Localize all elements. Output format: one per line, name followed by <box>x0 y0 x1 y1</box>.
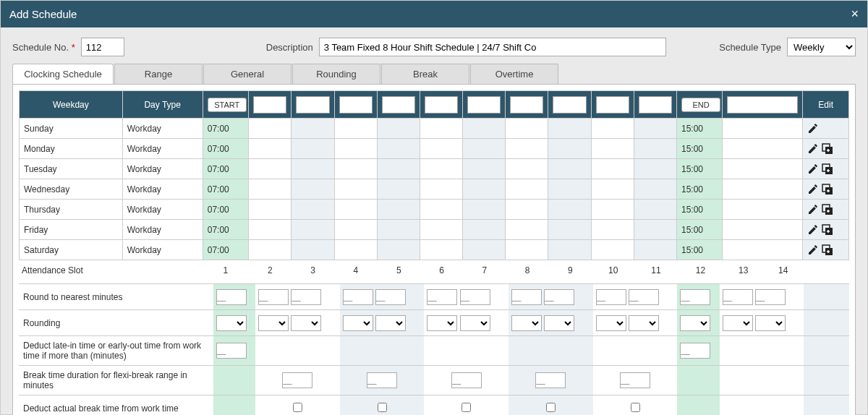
rounding-select[interactable] <box>375 315 406 331</box>
row-label: Deduct late-in time or early-out time fr… <box>19 336 213 366</box>
schedule-grid: Weekday Day Type START END <box>19 90 849 260</box>
copy-add-icon[interactable] <box>822 163 833 175</box>
close-icon[interactable]: × <box>851 7 859 22</box>
pencil-icon[interactable] <box>807 204 819 215</box>
slot-header-input[interactable] <box>639 96 672 114</box>
minutes-input[interactable] <box>258 289 289 305</box>
slot-cell <box>377 179 420 200</box>
minutes-input[interactable] <box>216 289 247 305</box>
deduct-checkbox[interactable] <box>378 403 387 412</box>
pencil-icon[interactable] <box>807 163 819 175</box>
schedule-no-input[interactable] <box>81 38 124 56</box>
slot-number: 12 <box>678 260 724 281</box>
tab-break[interactable]: Break <box>381 64 469 84</box>
pencil-icon[interactable] <box>807 143 819 155</box>
rounding-select[interactable] <box>629 315 659 331</box>
rounding-select[interactable] <box>343 315 373 331</box>
rounding-select[interactable] <box>216 315 247 331</box>
slot-number: 5 <box>378 260 420 281</box>
minutes-input[interactable] <box>620 372 650 388</box>
attendance-slot-label: Attendance Slot <box>19 260 203 281</box>
minutes-input[interactable] <box>596 289 626 305</box>
slot-cell <box>548 159 591 179</box>
slot-header-input[interactable] <box>510 96 543 114</box>
slot-cell <box>292 159 334 179</box>
attendance-slot-row: Attendance Slot 1234567891011121314 <box>19 260 849 281</box>
copy-add-icon[interactable] <box>822 184 833 195</box>
slot-header-input[interactable] <box>467 96 501 114</box>
slot-header-input[interactable] <box>253 96 286 114</box>
slot-cell <box>506 200 548 220</box>
deduct-checkbox[interactable] <box>461 403 471 412</box>
rounding-select[interactable] <box>680 315 710 331</box>
weekday-cell: Saturday <box>20 240 123 260</box>
minutes-input[interactable] <box>367 372 397 388</box>
tab-rounding[interactable]: Rounding <box>292 64 380 84</box>
rounding-select[interactable] <box>460 315 490 331</box>
minutes-input[interactable] <box>723 289 753 305</box>
daytype-cell: Workday <box>122 220 203 240</box>
copy-add-icon[interactable] <box>822 244 833 256</box>
pad-cell <box>723 200 803 220</box>
start-time-cell: 07:00 <box>203 220 248 240</box>
slot-cell <box>463 200 506 220</box>
minutes-input[interactable] <box>680 289 710 305</box>
minutes-input[interactable] <box>460 289 490 305</box>
pencil-icon[interactable] <box>807 224 819 236</box>
minutes-input[interactable] <box>343 289 373 305</box>
rounding-select[interactable] <box>511 315 542 331</box>
minutes-input[interactable] <box>544 289 574 305</box>
slot-header-input[interactable] <box>596 96 629 114</box>
tab-range[interactable]: Range <box>114 64 203 84</box>
tab-general[interactable]: General <box>203 64 292 84</box>
minutes-input[interactable] <box>216 343 247 359</box>
slot-cell <box>591 220 634 240</box>
rounding-select[interactable] <box>723 315 753 331</box>
rounding-select[interactable] <box>291 315 321 331</box>
tab-clocking-schedule[interactable]: Clocking Schedule <box>12 64 114 84</box>
slot-header-input[interactable] <box>553 96 586 114</box>
slot-header-input[interactable] <box>296 96 329 114</box>
pencil-icon[interactable] <box>807 244 819 256</box>
pencil-icon[interactable] <box>807 123 819 134</box>
slot-header-input[interactable] <box>339 96 373 114</box>
edit-cell <box>803 159 849 179</box>
minutes-input[interactable] <box>282 372 312 388</box>
minutes-input[interactable] <box>535 372 566 388</box>
slot-cell <box>634 240 676 260</box>
minutes-input[interactable] <box>427 289 457 305</box>
pencil-icon[interactable] <box>807 184 819 195</box>
description-input[interactable] <box>319 38 666 56</box>
rounding-select[interactable] <box>755 315 786 331</box>
rounding-select[interactable] <box>544 315 574 331</box>
start-button[interactable]: START <box>208 98 247 112</box>
copy-add-icon[interactable] <box>822 204 833 215</box>
slot-number: 13 <box>723 260 763 281</box>
minutes-input[interactable] <box>629 289 659 305</box>
col-start: START <box>203 91 248 119</box>
minutes-input[interactable] <box>511 289 542 305</box>
slot-cell <box>634 220 676 240</box>
slot-header-input[interactable] <box>425 96 458 114</box>
slot-header-input[interactable] <box>382 96 415 114</box>
copy-add-icon[interactable] <box>822 224 833 236</box>
minutes-input[interactable] <box>680 343 710 359</box>
deduct-checkbox[interactable] <box>546 403 556 412</box>
minutes-input[interactable] <box>291 289 321 305</box>
rounding-select[interactable] <box>258 315 289 331</box>
slot-cell <box>292 220 334 240</box>
end-button[interactable]: END <box>681 98 720 112</box>
minutes-input[interactable] <box>451 372 482 388</box>
slot-header-input[interactable] <box>727 96 798 114</box>
end-time-cell: 15:00 <box>677 139 723 159</box>
minutes-input[interactable] <box>755 289 786 305</box>
deduct-checkbox[interactable] <box>293 403 302 412</box>
rounding-select[interactable] <box>596 315 626 331</box>
minutes-input[interactable] <box>375 289 406 305</box>
copy-add-icon[interactable] <box>822 143 833 155</box>
deduct-checkbox[interactable] <box>631 403 640 412</box>
round-nearest-row: Round to nearest minutes <box>19 284 849 310</box>
schedule-type-select[interactable]: Weekly <box>787 38 856 56</box>
rounding-select[interactable] <box>427 315 457 331</box>
tab-overtime[interactable]: Overtime <box>470 64 558 84</box>
